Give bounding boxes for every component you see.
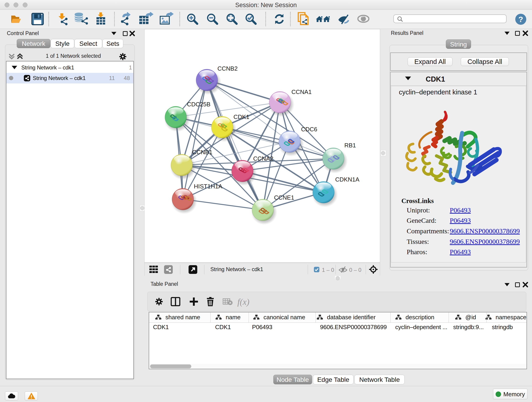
- svg-text:CDC25B: CDC25B: [187, 101, 210, 108]
- svg-text:CDK1: CDK1: [234, 114, 249, 120]
- svg-text:CCNE1: CCNE1: [274, 194, 294, 201]
- svg-text:CCNB1: CCNB1: [192, 149, 212, 156]
- svg-text:CDC6: CDC6: [301, 126, 317, 133]
- svg-text:HIST1H1A: HIST1H1A: [194, 183, 222, 190]
- svg-text:CCNA1: CCNA1: [291, 89, 312, 95]
- svg-text:CCNA2: CCNA2: [253, 155, 273, 162]
- svg-text:RB1: RB1: [344, 142, 356, 149]
- svg-text:CCNB2: CCNB2: [217, 65, 238, 72]
- svg-text:CDKN1A: CDKN1A: [335, 176, 360, 183]
